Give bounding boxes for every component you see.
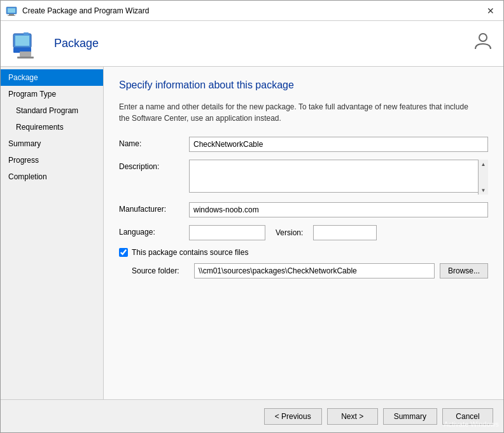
manufacturer-input[interactable] [189,202,488,217]
svg-rect-3 [8,15,15,16]
source-files-checkbox[interactable] [119,248,128,257]
svg-point-10 [479,34,487,41]
description-input[interactable] [189,160,488,193]
description-label: Description: [119,160,189,171]
scroll-up-arrow[interactable]: ▲ [479,160,488,168]
sidebar: Package Program Type Standard Program Re… [1,67,104,399]
name-input[interactable] [189,137,488,152]
source-files-checkbox-label: This package contains source files [132,248,248,257]
previous-button[interactable]: < Previous [264,408,322,425]
sidebar-item-progress[interactable]: Progress [1,152,103,168]
svg-rect-5 [15,36,29,46]
person-icon [473,31,493,56]
manufacturer-label: Manufacturer: [119,202,189,214]
language-label: Language: [119,225,189,237]
content-title: Specify information about this package [119,79,488,91]
next-button[interactable]: Next > [327,408,378,425]
version-label: Version: [276,228,303,237]
source-folder-label: Source folder: [132,266,189,275]
language-version-row: Language: Version: [119,225,488,240]
source-files-checkbox-row: This package contains source files [119,248,488,257]
svg-rect-9 [24,32,29,35]
header-package-icon [11,27,44,60]
sidebar-item-standard-program[interactable]: Standard Program [1,102,103,119]
sidebar-item-program-type[interactable]: Program Type [1,86,103,102]
close-button[interactable]: ✕ [483,3,498,18]
sidebar-item-requirements[interactable]: Requirements [1,119,103,135]
svg-rect-8 [17,57,34,58]
summary-button[interactable]: Summary [383,408,437,425]
source-folder-input[interactable] [194,263,435,278]
sidebar-item-completion[interactable]: Completion [1,168,103,185]
window-icon [6,5,17,17]
name-label: Name: [119,137,189,148]
version-input[interactable] [313,225,377,240]
description-scrollbar: ▲ ▼ [478,160,488,195]
browse-button[interactable]: Browse... [440,263,488,278]
sidebar-item-summary[interactable]: Summary [1,135,103,152]
language-input[interactable] [189,225,265,240]
wizard-header: Package [1,21,503,67]
svg-rect-7 [20,52,31,57]
sidebar-item-package[interactable]: Package [1,69,103,86]
window-title: Create Package and Program Wizard [22,6,483,15]
cancel-button[interactable]: Cancel [442,408,493,425]
name-row: Name: [119,137,488,152]
scroll-down-arrow[interactable]: ▼ [479,186,488,195]
footer: < Previous Next > Summary Cancel [1,399,503,432]
main-content: Package Program Type Standard Program Re… [1,67,503,399]
manufacturer-row: Manufacturer: [119,202,488,217]
svg-rect-2 [9,14,14,15]
source-folder-row: Source folder: Browse... [132,263,488,278]
header-title: Package [54,37,99,50]
title-bar: Create Package and Program Wizard ✕ [1,1,503,21]
info-text: Enter a name and other details for the n… [119,101,475,124]
content-area: Specify information about this package E… [104,67,503,399]
description-row: Description: ▲ ▼ [119,160,488,195]
svg-rect-1 [8,8,15,13]
